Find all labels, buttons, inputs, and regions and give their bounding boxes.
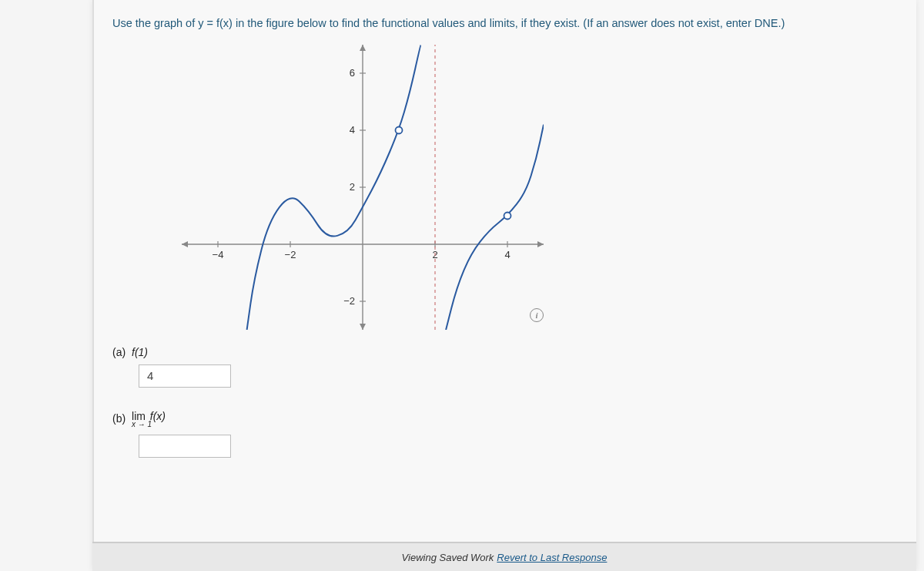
problem-container: Use the graph of y = f(x) in the figure … bbox=[92, 0, 916, 571]
graph-figure: yx−4−224−2246 i bbox=[182, 45, 544, 330]
svg-text:−2: −2 bbox=[343, 295, 355, 307]
svg-marker-3 bbox=[182, 241, 188, 247]
svg-marker-2 bbox=[537, 241, 544, 247]
question-b-label: (b) lim f(x) x → 1 bbox=[112, 411, 166, 428]
svg-text:4: 4 bbox=[504, 249, 510, 260]
svg-text:−2: −2 bbox=[285, 249, 296, 260]
part-b: (b) bbox=[112, 412, 126, 425]
svg-marker-5 bbox=[360, 324, 366, 330]
svg-point-25 bbox=[396, 126, 403, 133]
svg-marker-4 bbox=[360, 45, 366, 51]
questions-block: (a) f(1) (b) lim f(x) x → 1 bbox=[112, 345, 898, 458]
part-a: (a) bbox=[112, 346, 126, 358]
answer-input-b[interactable] bbox=[139, 435, 231, 458]
info-icon[interactable]: i bbox=[530, 308, 544, 322]
answer-input-a[interactable] bbox=[139, 364, 231, 388]
svg-text:6: 6 bbox=[350, 67, 355, 79]
svg-text:4: 4 bbox=[350, 124, 355, 136]
svg-point-26 bbox=[504, 212, 511, 219]
svg-text:2: 2 bbox=[350, 181, 355, 193]
expr-a: f(1) bbox=[132, 346, 148, 358]
revert-link[interactable]: Revert to Last Response bbox=[497, 552, 607, 563]
footer-status-bar: Viewing Saved Work Revert to Last Respon… bbox=[92, 542, 916, 571]
instruction-text: Use the graph of y = f(x) in the figure … bbox=[112, 15, 898, 32]
svg-text:−4: −4 bbox=[213, 249, 224, 260]
footer-prefix: Viewing Saved Work bbox=[402, 552, 494, 563]
lim-fn: f(x) bbox=[150, 410, 166, 422]
graph-svg: yx−4−224−2246 bbox=[182, 45, 544, 330]
question-a-label: (a) f(1) bbox=[112, 346, 148, 358]
question-a: (a) f(1) bbox=[112, 345, 898, 388]
limit-expr: lim f(x) x → 1 bbox=[132, 411, 166, 428]
question-b: (b) lim f(x) x → 1 bbox=[112, 411, 898, 458]
